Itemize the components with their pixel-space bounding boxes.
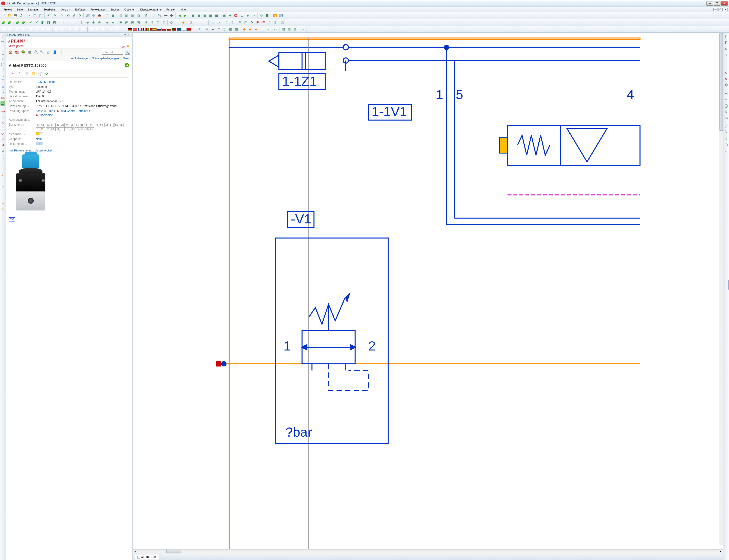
- tb-puzzle1-icon[interactable]: 🧩: [1, 20, 6, 25]
- tb-undo-icon[interactable]: ↶: [46, 13, 51, 18]
- flag-kr-icon[interactable]: [181, 28, 186, 31]
- link-news[interactable]: News: [123, 57, 130, 60]
- tb-x1-icon[interactable]: ✕: [237, 20, 242, 25]
- tb-sym3-icon[interactable]: ▣: [118, 20, 123, 25]
- tb-line1-icon[interactable]: │: [79, 20, 84, 25]
- rt-arrow-icon[interactable]: ➤: [724, 70, 729, 76]
- tb-edit-icon[interactable]: ✎: [60, 13, 65, 18]
- tb-move-icon[interactable]: ✥: [249, 20, 254, 25]
- tb-draw6-icon[interactable]: ▦: [234, 27, 239, 32]
- lang-chip[interactable]: en_US: [65, 123, 74, 127]
- tb-list16-icon[interactable]: ☰: [101, 27, 106, 32]
- menu-dienstprogramme[interactable]: Dienstprogramme: [138, 8, 163, 11]
- tb-line4-icon[interactable]: ┴: [97, 20, 102, 25]
- rt-comp6-icon[interactable]: ⊤: [724, 64, 729, 70]
- tb-puzzle4-icon[interactable]: 🧩: [20, 20, 26, 25]
- tb-zoomin-icon[interactable]: ➕: [169, 13, 174, 18]
- vt-t2-icon[interactable]: ┴: [0, 184, 5, 189]
- tb-list5-icon[interactable]: ☰: [28, 27, 34, 32]
- menu-bauraum[interactable]: Bauraum: [26, 8, 40, 11]
- tb-list8-icon[interactable]: ☰: [46, 27, 51, 32]
- tb-sheet3-icon[interactable]: ▥: [130, 13, 135, 18]
- vt-t4-icon[interactable]: ┤: [0, 195, 5, 200]
- rt-comp5-icon[interactable]: ⊥: [724, 58, 729, 63]
- tb-clip-icon[interactable]: 📎: [259, 13, 264, 18]
- tb-sync-icon[interactable]: 🔄: [85, 13, 90, 18]
- tb-term2-icon[interactable]: ⊐: [216, 20, 221, 25]
- dp-cart-icon[interactable]: 🛒: [46, 50, 51, 55]
- tb-r3-icon[interactable]: ▭: [273, 27, 278, 32]
- tb-list18-icon[interactable]: ☰: [114, 27, 120, 32]
- vt-dim8-icon[interactable]: ⊘: [0, 148, 5, 153]
- vt-corner4-icon[interactable]: ┐: [0, 173, 5, 178]
- vt-poly-icon[interactable]: 〜: [0, 39, 5, 44]
- tb-shape3-icon[interactable]: ◆: [181, 20, 186, 25]
- tb-check-icon[interactable]: ✔: [28, 20, 34, 25]
- vt-line-d-icon[interactable]: ╲: [0, 206, 5, 211]
- tb-x1-label-icon[interactable]: -X1: [261, 20, 266, 25]
- back-button[interactable]: ◀: [125, 63, 129, 67]
- dp-help-icon[interactable]: ❔: [59, 50, 63, 55]
- flag-ru-icon[interactable]: [157, 28, 161, 31]
- flag-fr-icon[interactable]: [138, 28, 142, 31]
- tb-line3-icon[interactable]: ┼: [91, 20, 96, 25]
- tb-zoomwin-icon[interactable]: 🔍: [157, 13, 162, 18]
- tb-layout1-icon[interactable]: ▦: [190, 13, 196, 18]
- tb-cut-icon[interactable]: ✂: [26, 13, 32, 18]
- dp-tree-icon[interactable]: 🌳: [20, 50, 25, 55]
- tb-layout5-icon[interactable]: ▦: [214, 13, 219, 18]
- tb-r1-icon[interactable]: ▭: [261, 27, 266, 32]
- vt-dim6-icon[interactable]: ⤢: [0, 137, 5, 142]
- vt-dim1-icon[interactable]: ⟷: [0, 109, 5, 114]
- vt-circle-icon[interactable]: ○: [0, 56, 5, 61]
- dp-tools-icon[interactable]: 🔧: [40, 50, 44, 55]
- tb-grid-toggle-icon[interactable]: ⊞: [222, 13, 227, 18]
- menu-optionen[interactable]: Optionen: [122, 8, 137, 11]
- lang-chip[interactable]: zh_CN: [85, 127, 94, 131]
- dp-search-adv-icon[interactable]: 🔍: [33, 50, 38, 55]
- rt-comp3-icon[interactable]: ⊔: [724, 46, 729, 51]
- lang-chip[interactable]: pl_PL: [36, 127, 45, 131]
- menu-bearbeiten[interactable]: Bearbeiten: [41, 8, 58, 11]
- rt-link-icon[interactable]: ⎍: [724, 148, 729, 153]
- tb-sheet2-icon[interactable]: ▯: [272, 20, 278, 25]
- tb-angle2-icon[interactable]: ¬: [314, 27, 319, 32]
- tb-cursor-icon[interactable]: ↖: [197, 27, 202, 32]
- rt-contact2-icon[interactable]: ⊢: [724, 97, 729, 102]
- rt-comp2-icon[interactable]: ∏: [724, 40, 729, 45]
- tb-bus2-icon[interactable]: ═: [202, 20, 207, 25]
- tb-page1-icon[interactable]: ▯: [223, 20, 229, 25]
- lang-chip[interactable]: sv_SE: [75, 127, 84, 131]
- dp-home-icon[interactable]: 🏠: [8, 50, 13, 55]
- tb-print-icon[interactable]: 🖨: [19, 13, 24, 18]
- vt-arc1-icon[interactable]: ◠: [0, 67, 5, 72]
- tb-z3-icon[interactable]: ▤: [292, 27, 298, 32]
- act-import-icon[interactable]: ⇩: [17, 71, 22, 76]
- vt-spline-icon[interactable]: ∿: [0, 90, 5, 95]
- tb-snap3-icon[interactable]: ◇: [251, 13, 256, 18]
- tb-box-icon[interactable]: ▢: [104, 13, 110, 18]
- tb-net4-icon[interactable]: ⊙: [161, 20, 166, 25]
- tb-select-icon[interactable]: ◫: [243, 20, 248, 25]
- vt-dim5-icon[interactable]: ⟳: [0, 131, 5, 136]
- tb-z2-icon[interactable]: ▤: [286, 27, 292, 32]
- act-cart-add-icon[interactable]: 🛒: [24, 71, 29, 76]
- tb-dash-icon[interactable]: ┅: [300, 27, 305, 32]
- vt-arc4-icon[interactable]: ⌓: [0, 84, 5, 89]
- tb-list15-icon[interactable]: ☰: [95, 27, 100, 32]
- tb-mirror-icon[interactable]: ⇄: [71, 13, 77, 18]
- dp-search-button[interactable]: 🔍: [125, 50, 130, 55]
- minimize-button[interactable]: —: [706, 1, 713, 6]
- dp-user-icon[interactable]: 👤: [52, 50, 57, 55]
- tb-db-icon[interactable]: 🗄: [143, 13, 149, 18]
- vt-corner3-icon[interactable]: ┌: [0, 167, 5, 172]
- lang-chip[interactable]: ru_RU: [65, 127, 74, 131]
- maximize-button[interactable]: ❐: [714, 1, 720, 6]
- vt-t1-icon[interactable]: ┬: [0, 178, 5, 183]
- tb-draw2-icon[interactable]: ⬌: [210, 27, 216, 32]
- tb-comp1-icon[interactable]: ▭: [60, 20, 65, 25]
- lang-chip[interactable]: it_IT: [104, 123, 114, 127]
- doc-minimize-button[interactable]: —: [713, 8, 718, 11]
- tb-list4-icon[interactable]: ☰: [20, 27, 26, 32]
- flag-it2-icon[interactable]: [147, 28, 152, 31]
